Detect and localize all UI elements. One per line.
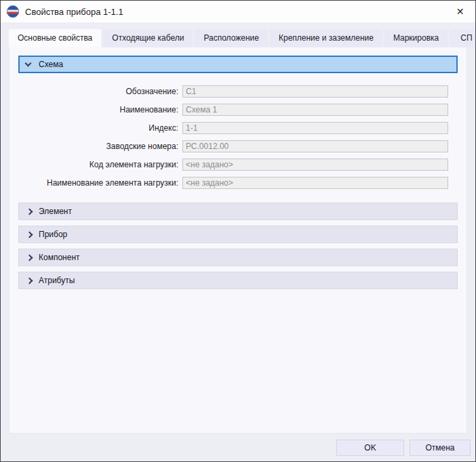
window-title: Свойства прибора 1-1.1 xyxy=(25,7,123,17)
field-row: Код элемента нагрузки: xyxy=(18,159,448,171)
accordion-element[interactable]: Элемент xyxy=(18,203,458,220)
tab-main-properties[interactable]: Основные свойства xyxy=(9,29,101,47)
field-row: Индекс: xyxy=(18,122,448,134)
load-element-code-field xyxy=(182,159,448,171)
name-field xyxy=(182,104,448,116)
factory-numbers-field xyxy=(182,140,448,152)
accordion-attributes-title: Атрибуты xyxy=(39,276,75,285)
chevron-right-icon xyxy=(26,208,33,215)
accordion-device-title: Прибор xyxy=(39,230,67,239)
tab-outgoing-cables[interactable]: Отходящие кабели xyxy=(103,29,193,47)
ok-button[interactable]: OK xyxy=(336,440,404,456)
dialog-footer: OK Отмена xyxy=(1,434,475,461)
cancel-button[interactable]: Отмена xyxy=(410,440,471,456)
designation-field xyxy=(182,85,448,98)
index-field xyxy=(182,122,448,134)
load-element-name-label: Наименование элемента нагрузки: xyxy=(18,178,182,188)
accordion-component-title: Компонент xyxy=(39,253,80,262)
accordion-component[interactable]: Компонент xyxy=(18,249,458,266)
app-logo-icon xyxy=(6,5,20,18)
tab-location[interactable]: Расположение xyxy=(195,29,268,47)
tab-page-main-properties: Схема Обозначение: Наименование: Индекс:… xyxy=(9,47,467,434)
tab-marking[interactable]: Маркировка xyxy=(384,29,448,47)
tab-strip: Основные свойства Отходящие кабели Распо… xyxy=(1,22,475,47)
accordion-schema-title: Схема xyxy=(39,60,63,69)
factory-numbers-label: Заводские номера: xyxy=(18,142,182,151)
close-button[interactable]: ✕ xyxy=(445,1,475,22)
properties-dialog: Свойства прибора 1-1.1 ✕ Основные свойст… xyxy=(0,0,476,462)
field-row: Наименование элемента нагрузки: xyxy=(18,177,448,189)
accordion-element-title: Элемент xyxy=(39,207,72,216)
collapsed-sections: Элемент Прибор Компонент Атрибуты xyxy=(18,203,458,289)
chevron-right-icon xyxy=(26,254,33,261)
load-element-code-label: Код элемента нагрузки: xyxy=(18,160,182,169)
chevron-right-icon xyxy=(26,231,33,238)
field-row: Обозначение: xyxy=(18,85,448,98)
accordion-device[interactable]: Прибор xyxy=(18,226,458,243)
index-label: Индекс: xyxy=(18,123,182,133)
designation-label: Обозначение: xyxy=(18,87,182,96)
chevron-down-icon xyxy=(25,60,32,67)
load-element-name-field xyxy=(182,177,448,189)
chevron-right-icon xyxy=(26,277,33,284)
close-icon: ✕ xyxy=(456,6,464,17)
schema-fields: Обозначение: Наименование: Индекс: Завод… xyxy=(18,85,448,189)
name-label: Наименование: xyxy=(18,105,182,114)
accordion-schema[interactable]: Схема xyxy=(18,56,458,73)
tab-mounting-grounding[interactable]: Крепление и заземление xyxy=(270,29,382,47)
title-bar: Свойства прибора 1-1.1 ✕ xyxy=(1,1,475,22)
field-row: Заводские номера: xyxy=(18,140,448,152)
field-row: Наименование: xyxy=(18,104,448,116)
tab-sp[interactable]: СП xyxy=(450,29,476,47)
accordion-attributes[interactable]: Атрибуты xyxy=(18,272,458,289)
